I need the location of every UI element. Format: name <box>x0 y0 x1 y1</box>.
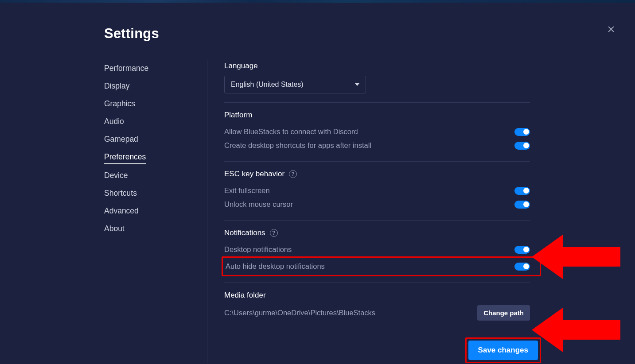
divider <box>224 283 530 283</box>
desktop-shortcuts-toggle[interactable] <box>514 142 530 150</box>
autohide-notifications-label: Auto hide desktop notifications <box>226 262 325 271</box>
help-icon[interactable]: ? <box>270 229 278 237</box>
preferences-panel: Language English (United States) Platfor… <box>224 60 530 363</box>
divider <box>224 220 530 221</box>
sidebar-item-label: About <box>104 224 125 233</box>
save-changes-button[interactable]: Save changes <box>468 341 538 360</box>
sidebar-item-label: Device <box>104 171 128 180</box>
divider <box>224 161 530 162</box>
desktop-shortcuts-label: Create desktop shortcuts for apps after … <box>224 141 371 150</box>
language-selected-value: English (United States) <box>231 81 304 89</box>
annotation-highlight-autohide: Auto hide desktop notifications <box>222 256 541 276</box>
sidebar-item-label: Display <box>104 81 129 90</box>
sidebar-item-shortcuts[interactable]: Shortcuts <box>104 185 137 201</box>
change-path-button[interactable]: Change path <box>477 305 530 321</box>
unlock-cursor-row: Unlock mouse cursor <box>224 197 530 211</box>
sidebar-item-preferences[interactable]: Preferences <box>104 149 146 164</box>
sidebar-item-gamepad[interactable]: Gamepad <box>104 131 138 147</box>
unlock-cursor-toggle[interactable] <box>514 201 530 209</box>
sidebar-item-about[interactable]: About <box>104 221 125 237</box>
sidebar-item-audio[interactable]: Audio <box>104 113 124 130</box>
page-title: Settings <box>104 26 531 42</box>
autohide-notifications-row: Auto hide desktop notifications <box>225 259 530 273</box>
sidebar-item-device[interactable]: Device <box>104 167 128 184</box>
discord-connect-label: Allow BlueStacks to connect with Discord <box>224 128 358 136</box>
chevron-down-icon <box>355 83 359 86</box>
desktop-notifications-label: Desktop notifications <box>224 245 292 254</box>
language-label: Language <box>224 62 530 70</box>
media-folder-label: Media folder <box>224 291 530 300</box>
sidebar-item-graphics[interactable]: Graphics <box>104 96 135 112</box>
sidebar-item-label: Advanced <box>104 206 139 215</box>
sidebar-item-label: Performance <box>104 64 148 73</box>
media-folder-row: C:\Users\gurme\OneDrive\Pictures\BlueSta… <box>224 305 530 321</box>
exit-fullscreen-toggle[interactable] <box>514 187 530 195</box>
discord-connect-toggle[interactable] <box>514 128 530 136</box>
language-select[interactable]: English (United States) <box>224 76 366 93</box>
help-icon[interactable]: ? <box>289 170 297 178</box>
desktop-notifications-row: Desktop notifications <box>224 243 530 256</box>
sidebar-item-label: Audio <box>104 117 124 126</box>
unlock-cursor-label: Unlock mouse cursor <box>224 200 293 209</box>
desktop-notifications-toggle[interactable] <box>514 246 530 254</box>
settings-sidebar: Performance Display Graphics Audio Gamep… <box>104 60 207 363</box>
sidebar-item-display[interactable]: Display <box>104 78 129 94</box>
notifications-label: Notifications ? <box>224 228 530 237</box>
vertical-divider <box>207 60 207 363</box>
desktop-shortcuts-row: Create desktop shortcuts for apps after … <box>224 139 530 152</box>
platform-label: Platform <box>224 111 530 120</box>
sidebar-item-performance[interactable]: Performance <box>104 60 148 77</box>
divider <box>224 102 530 103</box>
exit-fullscreen-label: Exit fullscreen <box>224 186 270 195</box>
discord-connect-row: Allow BlueStacks to connect with Discord <box>224 125 530 139</box>
sidebar-item-label: Shortcuts <box>104 189 137 197</box>
sidebar-item-label: Graphics <box>104 99 135 108</box>
sidebar-item-label: Preferences <box>104 152 146 161</box>
exit-fullscreen-row: Exit fullscreen <box>224 184 530 197</box>
annotation-highlight-save: Save changes <box>465 337 541 363</box>
autohide-notifications-toggle[interactable] <box>514 263 530 271</box>
esc-behavior-label: ESC key behavior ? <box>224 170 530 178</box>
close-button[interactable] <box>605 23 617 35</box>
sidebar-item-advanced[interactable]: Advanced <box>104 203 139 219</box>
media-folder-path: C:\Users\gurme\OneDrive\Pictures\BlueSta… <box>224 309 375 317</box>
sidebar-item-label: Gamepad <box>104 135 138 143</box>
